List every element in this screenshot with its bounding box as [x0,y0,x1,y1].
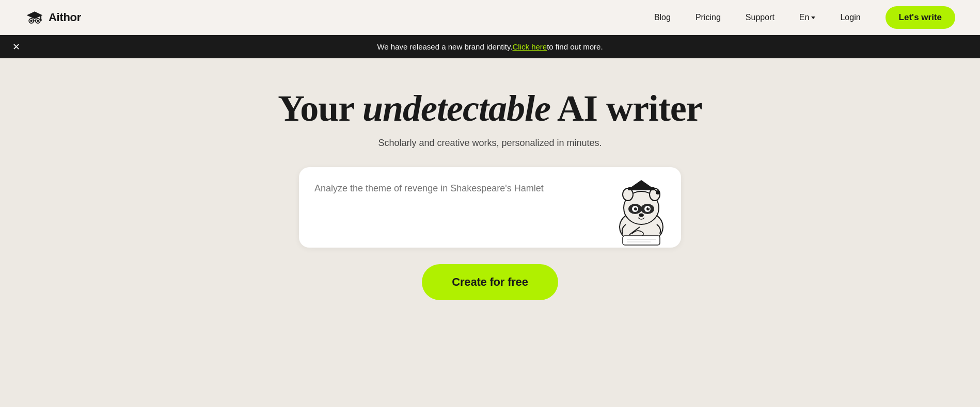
navbar: Aithor Blog Pricing Support En Login Let… [0,0,980,35]
svg-rect-25 [623,236,660,245]
hero-title-after: AI writer [550,88,702,129]
lets-write-button[interactable]: Let's write [886,6,955,29]
prompt-input-container [299,167,681,248]
hero-title: Your undetectable AI writer [278,89,702,128]
logo[interactable]: Aithor [25,10,81,25]
svg-point-7 [37,20,39,22]
announcement-text-before: We have released a new brand identity. [377,42,512,51]
announcement-bar: ✕ We have released a new brand identity.… [0,35,980,58]
svg-marker-0 [27,11,43,19]
svg-rect-1 [40,15,41,20]
nav-links: Blog Pricing Support En Login Let's writ… [654,6,955,29]
chevron-down-icon [811,17,815,19]
logo-wordmark: Aithor [49,11,81,24]
hero-subtitle: Scholarly and creative works, personaliz… [378,138,602,149]
prompt-input[interactable] [314,182,666,233]
create-for-free-button[interactable]: Create for free [422,264,558,300]
hero-title-before: Your [278,88,362,129]
hero-title-italic: undetectable [362,88,550,129]
language-selector[interactable]: En [799,13,816,22]
login-link[interactable]: Login [840,13,860,22]
close-announcement-button[interactable]: ✕ [12,42,20,52]
announcement-text-after: to find out more. [547,42,603,51]
main-content: Your undetectable AI writer Scholarly an… [0,58,980,405]
nav-pricing[interactable]: Pricing [696,13,721,22]
nav-blog[interactable]: Blog [654,13,671,22]
announcement-link[interactable]: Click here [513,42,547,51]
nav-support[interactable]: Support [746,13,774,22]
language-label: En [799,13,810,22]
svg-point-6 [30,20,33,22]
logo-icon [25,10,44,25]
